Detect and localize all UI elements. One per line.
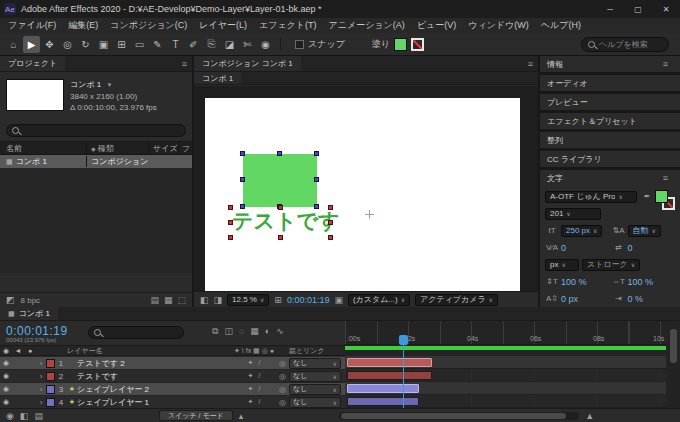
timeline-zoom-scrollbar[interactable] [339,412,579,420]
new-composition-icon[interactable]: ▦ [164,295,173,305]
grid-options-icon[interactable]: ⊞ [274,295,282,305]
chevron-down-icon[interactable]: ▼ [106,82,112,88]
parent-pickwhip-icon[interactable]: ◎ [276,359,289,368]
expander-icon[interactable]: › [36,359,46,368]
snapshot-icon[interactable]: ▣ [334,295,343,305]
selection-handle[interactable] [240,151,245,156]
menu-view[interactable]: ビュー(V) [411,19,462,32]
tracking-value[interactable]: 0 [628,243,633,253]
eye-toggle-icon[interactable]: ◉ [0,372,12,380]
layer-name[interactable]: シェイプレイヤー 1 [77,397,232,408]
column-size[interactable]: サイズ [148,143,178,154]
project-search-input[interactable] [6,124,186,137]
camera-tool-icon[interactable]: ▣ [95,36,112,53]
viewer-tab-comp1[interactable]: コンポ 1 [194,72,241,84]
fill-color-swatch[interactable] [394,38,407,51]
brush-tool-icon[interactable]: ✐ [185,36,202,53]
orbit-tool-icon[interactable]: ↻ [77,36,94,53]
interpret-footage-icon[interactable]: ◩ [6,295,15,305]
view-layout-icon[interactable]: ◨ [214,295,223,305]
trash-icon[interactable]: ⬚ [177,295,186,305]
collapse-switch-icon[interactable]: / [258,398,260,406]
close-button[interactable]: ✕ [652,0,680,18]
collapse-switch-icon[interactable]: / [258,372,260,380]
help-search-input[interactable]: ヘルプを検索 [581,37,669,52]
eraser-tool-icon[interactable]: ◪ [221,36,238,53]
time-ruler[interactable]: :00s 02s 04s 06s 08s 10s [345,321,666,345]
layer-duration-bar[interactable] [347,371,432,380]
menu-effect[interactable]: エフェクト(T) [253,19,323,32]
stroke-width-dropdown[interactable]: px∨ [545,259,579,271]
column-extra[interactable]: フ [178,143,192,154]
text-layer-content[interactable]: テストです [232,207,339,235]
layer-row-3[interactable]: ◉ › 3 ★ シェイプレイヤー 2 ✦/ ◎ なし∨ [0,383,345,396]
scrollbar-thumb[interactable] [670,329,677,363]
comp-name[interactable]: コンポ 1 [70,80,101,89]
column-name[interactable]: 名前 [0,143,86,154]
clone-stamp-tool-icon[interactable]: ⎘ [203,36,220,53]
anchor-point-crosshair-icon[interactable] [365,210,374,219]
pan-behind-tool-icon[interactable]: ⊞ [113,36,130,53]
timeline-vertical-scrollbar[interactable] [668,321,679,408]
current-timecode[interactable]: 0:00:01:19 [6,324,68,338]
text-selection-handle[interactable] [228,220,233,225]
selection-handle[interactable] [314,177,319,182]
layer-duration-bar[interactable] [347,384,419,393]
eyedropper-icon[interactable]: ✒ [640,192,654,201]
switches-modes-toggle-button[interactable]: スイッチ / モード [159,410,233,421]
layer-color-chip[interactable] [46,398,55,407]
quality-switch-icon[interactable]: ✦ [248,372,254,380]
maximize-button[interactable]: ▢ [624,0,652,18]
snap-checkbox[interactable] [295,40,304,49]
draft-3d-icon[interactable]: ◫ [224,326,233,337]
type-tool-icon[interactable]: T [167,36,184,53]
pen-tool-icon[interactable]: ✎ [149,36,166,53]
comp-mini-flowchart-icon[interactable]: ⧉ [212,326,218,337]
parent-pickwhip-icon[interactable]: ◎ [276,385,289,394]
panel-tab-info[interactable]: 情報≡ [540,56,680,72]
eye-toggle-icon[interactable]: ◉ [0,385,12,393]
text-selection-handle[interactable] [328,235,333,240]
text-selection-handle[interactable] [278,235,283,240]
tsume-value[interactable]: 0 % [628,294,644,304]
home-icon[interactable]: ⌂ [5,36,22,53]
shape-tool-icon[interactable]: ▭ [131,36,148,53]
selection-handle[interactable] [314,151,319,156]
column-layer-name[interactable]: レイヤー名 [67,346,232,356]
expand-transfer-controls-icon[interactable]: ◧ [20,411,29,421]
panel-tab-audio[interactable]: オーディオ [540,75,680,91]
text-fill-swatch[interactable] [655,190,668,203]
panel-tab-align[interactable]: 整列 [540,132,680,148]
layer-name[interactable]: テストです 2 [77,358,232,369]
parent-pickwhip-icon[interactable]: ◎ [276,398,289,407]
playhead-handle[interactable] [399,335,408,345]
menu-window[interactable]: ウィンドウ(W) [462,19,535,32]
column-type[interactable]: ◆種類 [86,143,148,154]
hand-tool-icon[interactable]: ✥ [41,36,58,53]
layer-name[interactable]: テストです [77,371,232,382]
panel-tab-cc-libraries[interactable]: CC ライブラリ [540,151,680,167]
parent-dropdown[interactable]: なし∨ [289,358,341,369]
timeline-tab-comp1[interactable]: ▦ コンポ 1 [0,307,58,320]
tab-composition-viewer[interactable]: コンポジション コンポ 1 [194,56,301,71]
parent-pickwhip-icon[interactable]: ◎ [276,372,289,381]
font-size-value[interactable]: 250 px∨ [561,225,602,237]
project-item-row[interactable]: ▦コンポ 1 コンポジション [0,155,192,168]
menu-animation[interactable]: アニメーション(A) [323,19,411,32]
resolution-dropdown[interactable]: (カスタム...)∨ [348,294,410,306]
tab-project[interactable]: プロジェクト [0,56,65,71]
selection-handle[interactable] [277,151,282,156]
leading-value[interactable]: 自動∨ [628,225,661,237]
layer-row-2[interactable]: ◉ › 2 テストです ✦/ ◎ なし∨ [0,370,345,383]
menu-composition[interactable]: コンポジション(C) [104,19,193,32]
zoom-out-mountain-icon[interactable]: ▴ [239,411,244,421]
panel-menu-icon[interactable]: ≡ [658,59,673,69]
zoom-tool-icon[interactable]: ◎ [59,36,76,53]
project-search-field[interactable] [23,125,180,136]
minimize-button[interactable]: ─ [596,0,624,18]
layer-name[interactable]: シェイプレイヤー 2 [77,384,232,395]
panel-tab-effects-presets[interactable]: エフェクト＆プリセット [540,113,680,129]
stroke-option-dropdown[interactable]: ストローク∨ [582,259,640,271]
quality-switch-icon[interactable]: ✦ [248,385,254,393]
menu-edit[interactable]: 編集(E) [62,19,104,32]
